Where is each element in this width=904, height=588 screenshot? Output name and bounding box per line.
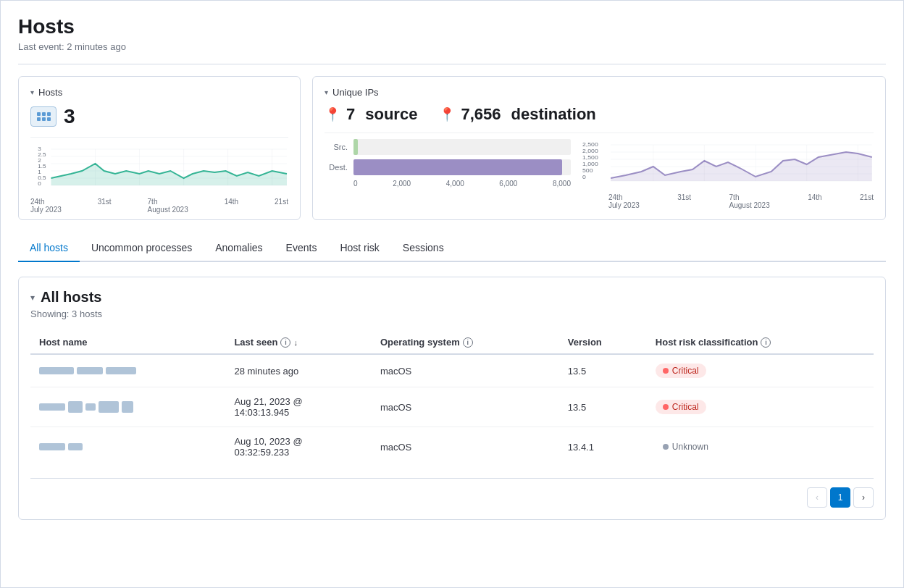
ips-card-label: Unique IPs <box>332 87 379 98</box>
hosts-card-label: Hosts <box>38 87 62 98</box>
hosts-stat-number-row: 3 <box>30 105 288 128</box>
risk-info-icon: i <box>761 337 771 348</box>
os-info-icon: i <box>463 337 473 348</box>
src-bar-label: Src. <box>325 143 348 151</box>
last-seen-cell-3: Aug 10, 2023 @03:32:59.233 <box>225 427 371 467</box>
pagination: ‹ 1 › <box>30 478 874 508</box>
dest-bar-track <box>353 159 571 175</box>
ips-line-chart: 2,500 2,000 1,500 1,000 500 0 <box>582 139 874 209</box>
table-row: Aug 10, 2023 @03:32:59.233 macOS 13.4.1 … <box>30 427 874 467</box>
svg-text:0: 0 <box>38 180 41 187</box>
last-seen-cell-2: Aug 21, 2023 @14:03:13.945 <box>225 387 371 427</box>
risk-cell-3: Unknown <box>647 427 874 467</box>
stats-row: ▾ Hosts 3 3 2.5 2 <box>18 76 886 220</box>
ips-card: ▾ Unique IPs 📍 7 source 📍 7,656 destinat… <box>312 76 886 220</box>
bar-axis: 0 2,000 4,000 6,000 8,000 <box>325 180 571 188</box>
tab-events[interactable]: Events <box>275 235 329 262</box>
hosts-icon <box>30 106 56 127</box>
hostname-bar <box>122 401 133 413</box>
section-header: ▾ All hosts <box>30 289 874 306</box>
tabs: All hosts Uncommon processes Anomalies E… <box>18 235 886 262</box>
os-cell-2: macOS <box>372 387 559 427</box>
chevron-down-icon-2: ▾ <box>325 88 328 96</box>
dest-bar-fill <box>353 159 562 175</box>
col-host-name: Host name <box>30 331 225 354</box>
hostname-bars-1 <box>39 367 217 374</box>
risk-badge-label: Unknown <box>672 442 708 452</box>
table-row: 28 minutes ago macOS 13.5 Critical <box>30 354 874 387</box>
hostname-bar <box>39 443 65 450</box>
hostname-bar <box>68 443 83 450</box>
dest-label: destination <box>511 105 595 124</box>
hostname-bar <box>39 403 65 411</box>
next-page-button[interactable]: › <box>853 487 874 508</box>
header-divider <box>18 64 886 64</box>
risk-badge-critical-1: Critical <box>656 364 706 378</box>
src-bar-fill <box>353 139 358 155</box>
dest-bar-row: Dest. <box>325 159 571 175</box>
os-cell-3: macOS <box>372 427 559 467</box>
sort-icon[interactable]: ↓ <box>293 338 298 347</box>
version-cell-1: 13.5 <box>559 354 647 387</box>
col-version: Version <box>559 331 647 354</box>
section-chevron-icon: ▾ <box>30 293 35 303</box>
source-count: 7 <box>346 105 355 124</box>
hostname-bar <box>77 367 103 374</box>
risk-badge-unknown: Unknown <box>656 440 716 454</box>
version-cell-2: 13.5 <box>559 387 647 427</box>
risk-badge-dot <box>663 368 669 374</box>
risk-cell-2: Critical <box>647 387 874 427</box>
last-seen-info-icon: i <box>280 337 290 348</box>
source-pin-icon: 📍 <box>325 106 340 122</box>
ips-stats: 📍 7 source 📍 7,656 destination <box>325 105 874 124</box>
page-title: Hosts <box>18 15 886 38</box>
hostname-bars-2 <box>39 401 217 413</box>
tab-host-risk[interactable]: Host risk <box>328 235 390 262</box>
hosts-card: ▾ Hosts 3 3 2.5 2 <box>18 76 301 220</box>
all-hosts-section: ▾ All hosts Showing: 3 hosts Host name L… <box>18 277 886 520</box>
hosts-chart-labels: 24thJuly 2023 31st 7thAugust 2023 14th 2… <box>30 198 288 214</box>
dest-bar-label: Dest. <box>325 163 348 172</box>
hosts-table: Host name Last seen i ↓ Operating system… <box>30 331 874 466</box>
prev-page-button[interactable]: ‹ <box>807 487 827 508</box>
svg-text:0: 0 <box>582 173 586 180</box>
risk-badge-label: Critical <box>672 402 699 412</box>
ips-bar-chart: Src. Dest. 0 2,000 4,000 <box>325 139 571 209</box>
hostname-bar <box>68 401 83 413</box>
hostname-bar <box>106 367 136 374</box>
tab-anomalies[interactable]: Anomalies <box>204 235 274 262</box>
table-row: Aug 21, 2023 @14:03:13.945 macOS 13.5 Cr… <box>30 387 874 427</box>
svg-marker-18 <box>51 164 286 185</box>
hostname-bar <box>85 403 96 411</box>
showing-count: Showing: 3 hosts <box>30 308 874 319</box>
chevron-down-icon: ▾ <box>30 88 34 96</box>
risk-badge-critical-2: Critical <box>656 400 706 414</box>
host-name-cell-1[interactable] <box>30 354 225 387</box>
host-name-cell-2[interactable] <box>30 387 225 427</box>
source-label: source <box>365 105 417 124</box>
risk-cell-1: Critical <box>647 354 874 387</box>
ips-charts: Src. Dest. 0 2,000 4,000 <box>325 139 874 209</box>
dest-stat: 📍 7,656 destination <box>439 105 595 124</box>
os-cell-1: macOS <box>372 354 559 387</box>
dest-pin-icon: 📍 <box>439 106 455 122</box>
src-bar-track <box>353 139 571 155</box>
source-stat: 📍 7 source <box>325 105 417 124</box>
last-seen-cell-1: 28 minutes ago <box>225 354 371 387</box>
col-risk: Host risk classification i <box>647 331 874 354</box>
tab-all-hosts[interactable]: All hosts <box>18 235 80 262</box>
dest-count: 7,656 <box>461 105 501 124</box>
hostname-bar <box>99 401 119 413</box>
version-cell-3: 13.4.1 <box>559 427 647 467</box>
host-name-cell-3[interactable] <box>30 427 225 467</box>
section-title: All hosts <box>41 289 101 306</box>
hostname-bars-3 <box>39 443 217 450</box>
page-1-button[interactable]: 1 <box>830 487 850 508</box>
hosts-count: 3 <box>64 105 75 128</box>
last-event-text: Last event: 2 minutes ago <box>18 41 886 52</box>
risk-badge-dot <box>663 444 669 450</box>
col-os: Operating system i <box>372 331 559 354</box>
tab-sessions[interactable]: Sessions <box>391 235 456 262</box>
col-last-seen: Last seen i ↓ <box>225 331 371 354</box>
tab-uncommon-processes[interactable]: Uncommon processes <box>80 235 204 262</box>
